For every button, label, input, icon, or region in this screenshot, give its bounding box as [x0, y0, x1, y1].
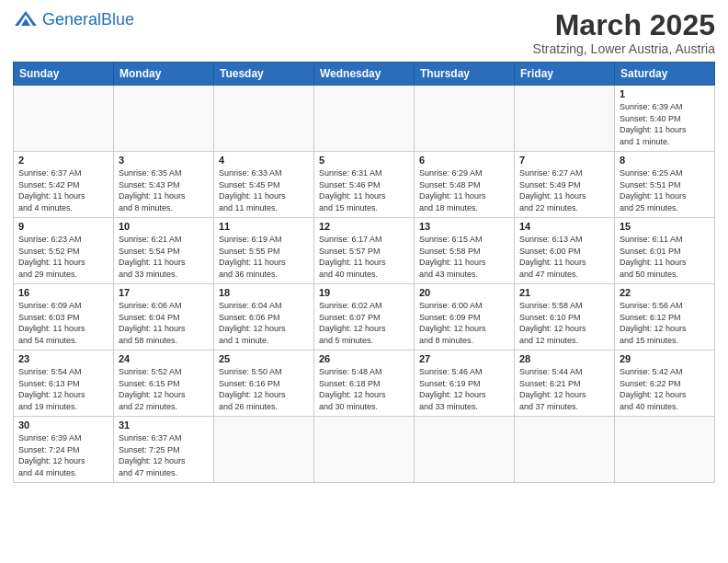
- col-sunday: Sunday: [14, 63, 114, 86]
- day-number: 11: [219, 221, 309, 232]
- calendar-table: Sunday Monday Tuesday Wednesday Thursday…: [13, 62, 715, 482]
- day-number: 12: [319, 221, 409, 232]
- table-row: 10Sunrise: 6:21 AM Sunset: 5:54 PM Dayli…: [114, 218, 214, 284]
- table-row: 23Sunrise: 5:54 AM Sunset: 6:13 PM Dayli…: [14, 350, 114, 417]
- day-info: Sunrise: 6:33 AM Sunset: 5:45 PM Dayligh…: [219, 167, 309, 213]
- day-info: Sunrise: 6:23 AM Sunset: 5:52 PM Dayligh…: [18, 234, 108, 280]
- day-number: 18: [219, 287, 309, 298]
- table-row: 27Sunrise: 5:46 AM Sunset: 6:19 PM Dayli…: [415, 350, 515, 417]
- day-number: 25: [219, 353, 309, 364]
- table-row: 9Sunrise: 6:23 AM Sunset: 5:52 PM Daylig…: [14, 218, 114, 284]
- day-info: Sunrise: 6:31 AM Sunset: 5:46 PM Dayligh…: [319, 167, 409, 213]
- day-info: Sunrise: 6:21 AM Sunset: 5:54 PM Dayligh…: [119, 234, 209, 280]
- day-info: Sunrise: 6:39 AM Sunset: 5:40 PM Dayligh…: [620, 101, 710, 147]
- day-number: 24: [119, 353, 209, 364]
- day-number: 14: [519, 221, 609, 232]
- day-info: Sunrise: 6:29 AM Sunset: 5:48 PM Dayligh…: [419, 167, 509, 213]
- day-info: Sunrise: 5:42 AM Sunset: 6:22 PM Dayligh…: [620, 366, 710, 412]
- day-info: Sunrise: 5:48 AM Sunset: 6:18 PM Dayligh…: [319, 366, 409, 412]
- day-info: Sunrise: 6:06 AM Sunset: 6:04 PM Dayligh…: [119, 300, 209, 346]
- day-info: Sunrise: 6:19 AM Sunset: 5:55 PM Dayligh…: [219, 234, 309, 280]
- day-info: Sunrise: 5:54 AM Sunset: 6:13 PM Dayligh…: [18, 366, 108, 412]
- col-thursday: Thursday: [415, 63, 515, 86]
- table-row: 28Sunrise: 5:44 AM Sunset: 6:21 PM Dayli…: [515, 350, 615, 417]
- day-number: 8: [620, 155, 710, 166]
- table-row: 13Sunrise: 6:15 AM Sunset: 5:58 PM Dayli…: [415, 218, 515, 284]
- table-row: [14, 86, 114, 152]
- day-number: 16: [18, 287, 108, 298]
- col-tuesday: Tuesday: [214, 63, 314, 86]
- logo-icon: [13, 9, 39, 29]
- table-row: 15Sunrise: 6:11 AM Sunset: 6:01 PM Dayli…: [615, 218, 715, 284]
- table-row: 19Sunrise: 6:02 AM Sunset: 6:07 PM Dayli…: [314, 284, 415, 350]
- table-row: 1Sunrise: 6:39 AM Sunset: 5:40 PM Daylig…: [615, 86, 715, 152]
- table-row: [515, 417, 615, 482]
- day-number: 22: [620, 287, 710, 298]
- day-info: Sunrise: 6:13 AM Sunset: 6:00 PM Dayligh…: [519, 234, 609, 280]
- day-number: 13: [419, 221, 509, 232]
- day-info: Sunrise: 6:15 AM Sunset: 5:58 PM Dayligh…: [419, 234, 509, 280]
- col-monday: Monday: [114, 63, 214, 86]
- day-number: 9: [18, 221, 108, 232]
- logo-text: GeneralBlue: [42, 11, 134, 29]
- day-info: Sunrise: 5:46 AM Sunset: 6:19 PM Dayligh…: [419, 366, 509, 412]
- day-number: 21: [519, 287, 609, 298]
- day-number: 5: [319, 155, 409, 166]
- header: GeneralBlue March 2025 Stratzing, Lower …: [13, 9, 715, 56]
- day-info: Sunrise: 5:44 AM Sunset: 6:21 PM Dayligh…: [519, 366, 609, 412]
- table-row: 12Sunrise: 6:17 AM Sunset: 5:57 PM Dayli…: [314, 218, 415, 284]
- table-row: 2Sunrise: 6:37 AM Sunset: 5:42 PM Daylig…: [14, 152, 114, 218]
- table-row: [615, 417, 715, 482]
- day-number: 20: [419, 287, 509, 298]
- day-info: Sunrise: 6:17 AM Sunset: 5:57 PM Dayligh…: [319, 234, 409, 280]
- table-row: 7Sunrise: 6:27 AM Sunset: 5:49 PM Daylig…: [515, 152, 615, 218]
- logo: GeneralBlue: [13, 9, 134, 29]
- day-number: 6: [419, 155, 509, 166]
- day-info: Sunrise: 6:37 AM Sunset: 7:25 PM Dayligh…: [119, 432, 209, 478]
- day-number: 7: [519, 155, 609, 166]
- table-row: 11Sunrise: 6:19 AM Sunset: 5:55 PM Dayli…: [214, 218, 314, 284]
- title-block: March 2025 Stratzing, Lower Austria, Aus…: [533, 9, 715, 56]
- day-info: Sunrise: 6:39 AM Sunset: 7:24 PM Dayligh…: [18, 432, 108, 478]
- day-number: 30: [18, 419, 108, 431]
- table-row: 16Sunrise: 6:09 AM Sunset: 6:03 PM Dayli…: [14, 284, 114, 350]
- day-number: 17: [119, 287, 209, 298]
- day-number: 23: [18, 353, 108, 364]
- day-info: Sunrise: 6:09 AM Sunset: 6:03 PM Dayligh…: [18, 300, 108, 346]
- table-row: 22Sunrise: 5:56 AM Sunset: 6:12 PM Dayli…: [615, 284, 715, 350]
- table-row: [515, 86, 615, 152]
- day-info: Sunrise: 5:56 AM Sunset: 6:12 PM Dayligh…: [620, 300, 710, 346]
- day-info: Sunrise: 5:50 AM Sunset: 6:16 PM Dayligh…: [219, 366, 309, 412]
- day-number: 19: [319, 287, 409, 298]
- col-wednesday: Wednesday: [314, 63, 415, 86]
- day-info: Sunrise: 5:52 AM Sunset: 6:15 PM Dayligh…: [119, 366, 209, 412]
- day-info: Sunrise: 6:35 AM Sunset: 5:43 PM Dayligh…: [119, 167, 209, 213]
- table-row: [214, 86, 314, 152]
- table-row: 14Sunrise: 6:13 AM Sunset: 6:00 PM Dayli…: [515, 218, 615, 284]
- day-info: Sunrise: 6:27 AM Sunset: 5:49 PM Dayligh…: [519, 167, 609, 213]
- day-number: 3: [119, 155, 209, 166]
- day-number: 15: [620, 221, 710, 232]
- table-row: [415, 86, 515, 152]
- table-row: 21Sunrise: 5:58 AM Sunset: 6:10 PM Dayli…: [515, 284, 615, 350]
- table-row: 17Sunrise: 6:06 AM Sunset: 6:04 PM Dayli…: [114, 284, 214, 350]
- day-number: 27: [419, 353, 509, 364]
- day-info: Sunrise: 6:00 AM Sunset: 6:09 PM Dayligh…: [419, 300, 509, 346]
- table-row: 31Sunrise: 6:37 AM Sunset: 7:25 PM Dayli…: [114, 417, 214, 482]
- day-info: Sunrise: 6:25 AM Sunset: 5:51 PM Dayligh…: [620, 167, 710, 213]
- day-info: Sunrise: 6:04 AM Sunset: 6:06 PM Dayligh…: [219, 300, 309, 346]
- table-row: 3Sunrise: 6:35 AM Sunset: 5:43 PM Daylig…: [114, 152, 214, 218]
- table-row: 30Sunrise: 6:39 AM Sunset: 7:24 PM Dayli…: [14, 417, 114, 482]
- table-row: 26Sunrise: 5:48 AM Sunset: 6:18 PM Dayli…: [314, 350, 415, 417]
- col-saturday: Saturday: [615, 63, 715, 86]
- day-info: Sunrise: 6:37 AM Sunset: 5:42 PM Dayligh…: [18, 167, 108, 213]
- table-row: [415, 417, 515, 482]
- table-row: 29Sunrise: 5:42 AM Sunset: 6:22 PM Dayli…: [615, 350, 715, 417]
- table-row: [314, 86, 415, 152]
- day-number: 1: [620, 88, 710, 99]
- day-number: 28: [519, 353, 609, 364]
- table-row: 25Sunrise: 5:50 AM Sunset: 6:16 PM Dayli…: [214, 350, 314, 417]
- day-number: 29: [620, 353, 710, 364]
- day-number: 26: [319, 353, 409, 364]
- table-row: 4Sunrise: 6:33 AM Sunset: 5:45 PM Daylig…: [214, 152, 314, 218]
